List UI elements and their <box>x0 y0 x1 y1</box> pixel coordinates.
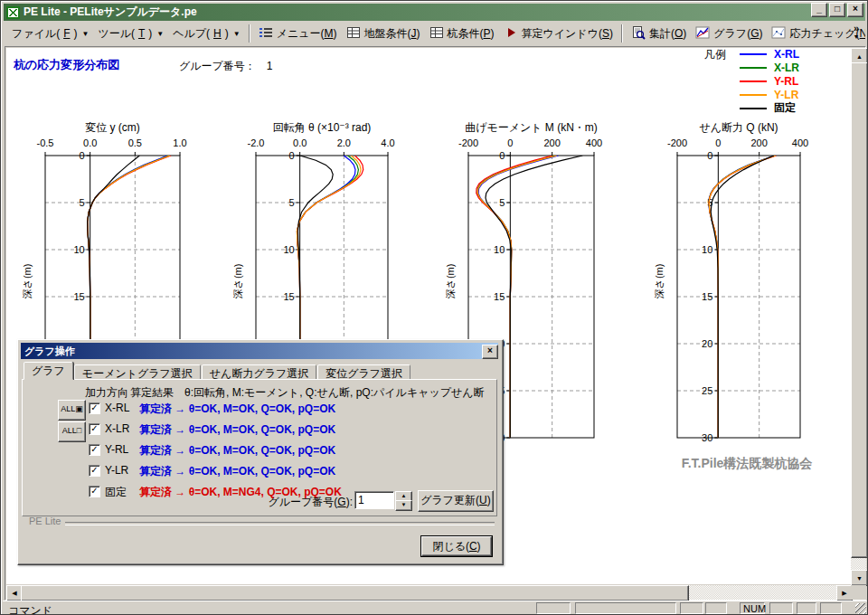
dialog-close-button[interactable]: × <box>482 345 498 359</box>
direction-label: X-RL <box>105 402 129 414</box>
legend-line <box>740 108 767 109</box>
menu-dropdown-icon: ▼ <box>81 30 89 38</box>
direction-label: 固定 <box>105 485 127 500</box>
checkbox-Y-RL[interactable]: ✓ <box>89 444 100 456</box>
calculation-status: 算定済 → θ=OK, M=OK, Q=OK, pQ=OK <box>139 443 335 459</box>
checkbox-Y-LR[interactable]: ✓ <box>89 465 100 477</box>
close-button[interactable]: × <box>847 3 863 17</box>
dialog-tabs: グラフモーメントグラフ選択せん断力グラフ選択変位グラフ選択 <box>24 362 411 380</box>
calculation-status: 算定済 → θ=OK, M=OK, Q=OK, pQ=OK <box>139 464 335 479</box>
update-graph-button[interactable]: グラフ更新(U) <box>418 490 494 512</box>
result-header: 算定結果 θ:回転角, M:モーメント, Q:せん断, pQ:パイルキャップせん… <box>130 385 485 401</box>
legend-line <box>740 94 767 96</box>
checkbox-固定[interactable]: ✓ <box>89 486 100 497</box>
graph-control-dialog: グラフ操作 × グラフモーメントグラフ選択せん断力グラフ選択変位グラフ選択 加力… <box>17 339 504 565</box>
svg-text:200: 200 <box>543 137 560 148</box>
group-number-stepper: ▲ ▼ <box>395 491 410 509</box>
menu-dropdown-icon: ▼ <box>156 30 164 38</box>
minimize-button[interactable]: _ <box>811 3 827 17</box>
svg-text:10: 10 <box>73 244 84 255</box>
chart-shear: -2000200400051015202530せん断力 Q (kN)深さ(m) <box>654 121 808 443</box>
vertical-scroll-thumb[interactable] <box>851 62 868 558</box>
all-on-button[interactable]: ALL▣ <box>58 400 86 421</box>
toolbar-button-5[interactable]: 集計(O) <box>627 24 691 43</box>
legend-label: Y-LR <box>774 89 798 101</box>
svg-text:-200: -200 <box>458 137 478 148</box>
legend-entry: Y-LR <box>740 88 798 101</box>
vertical-scrollbar[interactable]: ▲ ▼ <box>851 48 866 584</box>
horizontal-scrollbar[interactable]: ◀ ▶ <box>6 585 851 600</box>
toolbar-button-4[interactable]: 算定ウインドウ(S) <box>499 24 618 43</box>
tab-3[interactable]: せん断力グラフ選択 <box>202 364 316 380</box>
group-number-input[interactable]: 1 <box>354 491 394 509</box>
toolbar-button-6[interactable]: グラフ(G) <box>691 24 767 43</box>
spinner-down-icon[interactable]: ▼ <box>395 500 412 511</box>
svg-text:5: 5 <box>289 197 295 208</box>
toolbar-separator <box>621 24 623 43</box>
toolbar-button-1[interactable]: メニュー(M) <box>254 24 342 43</box>
scrollbar-corner <box>851 585 866 600</box>
toolbar-button-2[interactable]: 地盤条件(J) <box>342 24 425 43</box>
toolbar-button-3[interactable]: 杭条件(P) <box>425 24 499 43</box>
svg-text:400: 400 <box>586 137 602 148</box>
tab-2[interactable]: モーメントグラフ選択 <box>74 364 201 380</box>
all-off-button[interactable]: ALL□ <box>58 421 86 442</box>
toolbar-overflow[interactable]: » ▼ <box>850 24 863 42</box>
legend-label: 固定 <box>774 100 796 116</box>
svg-text:5: 5 <box>499 197 505 208</box>
statusbar-cell <box>680 602 703 614</box>
resize-grip[interactable] <box>855 603 866 614</box>
svg-text:0: 0 <box>80 150 85 161</box>
svg-text:0: 0 <box>499 150 505 161</box>
svg-text:1.0: 1.0 <box>173 137 186 148</box>
close-dialog-button[interactable]: 閉じる(C) <box>420 535 493 557</box>
menu-toolbar: ファイル(F) ▼ツール(T) ▼ヘルプ(H) ▼メニュー(M)地盤条件(J)杭… <box>4 22 865 45</box>
checkbox-X-RL[interactable]: ✓ <box>89 402 100 414</box>
legend-entry: X-LR <box>740 61 799 74</box>
svg-text:0: 0 <box>507 137 513 148</box>
svg-text:深さ(m): 深さ(m) <box>232 264 243 299</box>
svg-text:5: 5 <box>80 197 85 208</box>
menu-1[interactable]: ファイル(F) ▼ <box>7 24 93 43</box>
svg-text:深さ(m): 深さ(m) <box>22 264 33 299</box>
horizontal-scroll-thumb[interactable] <box>21 585 689 601</box>
direction-label: X-LR <box>105 422 129 435</box>
menu-2[interactable]: ツール(T) ▼ <box>93 24 168 43</box>
chevron-right-icon: » <box>850 24 863 33</box>
svg-text:30: 30 <box>702 432 712 443</box>
direction-label: Y-RL <box>105 443 128 456</box>
svg-text:0: 0 <box>715 137 721 148</box>
svg-text:200: 200 <box>750 137 767 148</box>
legend-label: X-LR <box>774 62 799 74</box>
title-bar: PE Lite - PELiteサンプルデータ.pe <box>4 4 865 21</box>
svg-text:15: 15 <box>283 291 294 302</box>
tab-4[interactable]: 変位グラフ選択 <box>317 364 410 380</box>
checkbox-X-LR[interactable]: ✓ <box>89 423 100 435</box>
calculation-status: 算定済 → θ=OK, M=OK, Q=OK, pQ=OK <box>139 422 335 438</box>
app-window: PE Lite - PELiteサンプルデータ.pe _ □ × ファイル(F)… <box>0 0 868 615</box>
svg-text:-0.5: -0.5 <box>37 137 54 148</box>
svg-text:10: 10 <box>702 244 712 255</box>
svg-text:0: 0 <box>289 150 295 161</box>
legend-line <box>740 80 767 82</box>
calculation-status: 算定済 → θ=OK, M=OK, Q=OK, pQ=OK <box>139 402 335 417</box>
maximize-button[interactable]: □ <box>829 3 845 17</box>
summary-icon <box>631 25 646 43</box>
svg-text:2.0: 2.0 <box>337 137 351 148</box>
groupbox-line <box>65 522 495 525</box>
menu-list-icon <box>259 25 273 43</box>
menu-3[interactable]: ヘルプ(H) ▼ <box>168 24 244 43</box>
svg-text:0.0: 0.0 <box>83 137 97 148</box>
legend-title: 凡例 <box>704 47 726 62</box>
svg-text:-200: -200 <box>667 137 687 148</box>
scroll-down-icon[interactable]: ▼ <box>851 570 868 586</box>
tab-1[interactable]: グラフ <box>24 362 73 380</box>
dialog-title: グラフ操作 <box>24 345 75 356</box>
statusbar-cell <box>575 602 676 614</box>
svg-text:-2.0: -2.0 <box>248 137 265 148</box>
legend-line <box>740 67 767 69</box>
legend: 凡例 X-RLX-LRY-RLY-LR固定 <box>681 46 849 118</box>
table-icon <box>429 25 444 43</box>
dialog-title-bar[interactable]: グラフ操作 <box>21 343 498 359</box>
menu-dropdown-icon: ▼ <box>233 30 241 38</box>
